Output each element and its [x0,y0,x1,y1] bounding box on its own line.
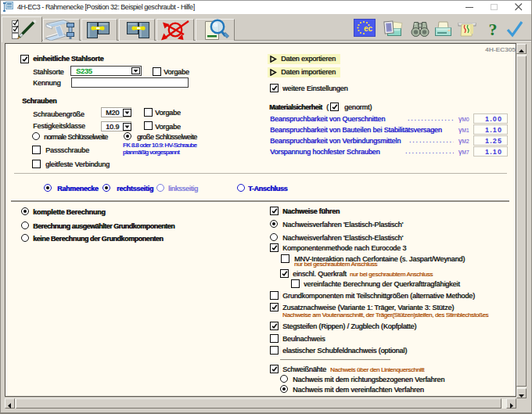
svg-text:ec: ec [364,24,373,33]
